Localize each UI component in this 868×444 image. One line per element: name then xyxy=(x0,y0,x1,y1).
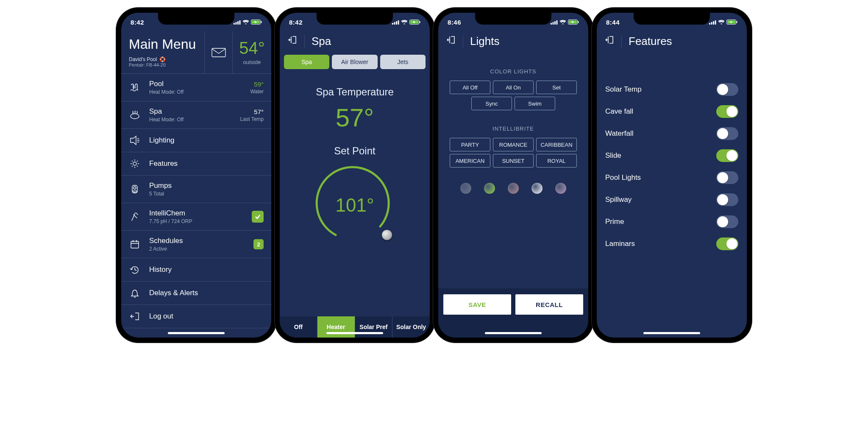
light-btn-set[interactable]: Set xyxy=(536,81,577,94)
temperature-value: 57° xyxy=(336,103,374,132)
menu-item-pumps[interactable]: Pumps 5 Total xyxy=(121,176,271,203)
color-swatch-3[interactable] xyxy=(531,183,542,194)
menu-list: Pool Heat Mode: Off 59° Water Spa Heat M… xyxy=(121,74,271,338)
tab-air-blower[interactable]: Air Blower xyxy=(332,55,377,69)
status-time: 8:42 xyxy=(289,19,303,26)
menu-item-pool[interactable]: Pool Heat Mode: Off 59° Water xyxy=(121,74,271,101)
home-indicator xyxy=(643,332,700,334)
light-btn-all-on[interactable]: All On xyxy=(493,81,534,94)
heat-mode-off[interactable]: Off xyxy=(280,316,317,338)
tab-spa[interactable]: Spa xyxy=(284,55,329,69)
toggle-spillway[interactable] xyxy=(716,193,738,206)
menu-item-intellichem[interactable]: IntelliChem 7.75 pH / 724 ORP xyxy=(121,203,271,231)
toggle-laminars[interactable] xyxy=(716,237,738,250)
intellibrite-btn-american[interactable]: AMERICAN xyxy=(450,154,490,168)
feature-row-prime: Prime xyxy=(605,211,738,233)
bell-icon xyxy=(129,288,141,299)
heat-mode-tabs: OffHeaterSolar PrefSolar Only xyxy=(280,316,430,338)
feature-row-laminars: Laminars xyxy=(605,233,738,255)
color-swatch-4[interactable] xyxy=(555,183,566,194)
intellibrite-btn-romance[interactable]: ROMANCE xyxy=(493,138,534,151)
back-button[interactable] xyxy=(604,35,615,48)
page-title: Lights xyxy=(470,35,499,48)
intellibrite-btn-sunset[interactable]: SUNSET xyxy=(493,154,534,168)
svg-rect-1 xyxy=(236,22,237,25)
page-title: Features xyxy=(629,35,672,48)
heat-mode-heater[interactable]: Heater xyxy=(317,316,355,338)
color-swatch-1[interactable] xyxy=(484,183,495,194)
toggle-pool-lights[interactable] xyxy=(716,171,738,184)
status-time: 8:42 xyxy=(131,19,144,26)
toggle-solar-temp[interactable] xyxy=(716,83,738,96)
temperature-label: Spa Temperature xyxy=(316,86,394,98)
toggle-waterfall[interactable] xyxy=(716,127,738,140)
menu-item-history[interactable]: History xyxy=(121,258,271,282)
notch xyxy=(475,13,551,25)
svg-rect-7 xyxy=(212,48,225,57)
intellibrite-btn-caribbean[interactable]: CARIBBEAN xyxy=(536,138,577,151)
calendar-icon xyxy=(129,239,141,250)
heat-mode-solar-pref[interactable]: Solar Pref xyxy=(355,316,393,338)
home-indicator xyxy=(168,332,225,334)
menu-item-features[interactable]: Features xyxy=(121,152,271,176)
page-title: Spa xyxy=(312,35,331,48)
section-intellibrite: INTELLIBRITE xyxy=(492,126,534,132)
back-icon xyxy=(604,35,615,45)
status-icons xyxy=(392,20,420,25)
svg-rect-19 xyxy=(420,21,420,23)
phone-lights: 8:46 Lights COLOR LIGHTS All OffAll OnSe… xyxy=(438,13,588,338)
light-btn-all-off[interactable]: All Off xyxy=(450,81,490,94)
setpoint-dial[interactable]: 101° xyxy=(312,163,397,248)
color-swatch-2[interactable] xyxy=(508,183,519,194)
menu-item-value: 59° xyxy=(250,81,264,88)
menu-item-lighting[interactable]: Lighting xyxy=(121,129,271,152)
pool-icon xyxy=(129,82,141,93)
phone-spa: 8:42 Spa SpaAir BlowerJets Spa Temperatu… xyxy=(280,13,430,338)
menu-item-log-out[interactable]: Log out xyxy=(121,305,271,328)
menu-item-text: Log out xyxy=(149,312,264,321)
menu-item-text: Pumps 5 Total xyxy=(149,182,264,197)
notch xyxy=(634,13,710,25)
back-button[interactable] xyxy=(287,35,298,48)
home-indicator xyxy=(326,332,383,334)
menu-item-text: Lighting xyxy=(149,136,264,145)
menu-item-spa[interactable]: Spa Heat Mode: Off 57° Last Temp xyxy=(121,101,271,129)
menu-item-right: 57° Last Temp xyxy=(240,108,264,122)
light-btn-swim[interactable]: Swim xyxy=(515,97,555,110)
svg-rect-22 xyxy=(553,22,554,25)
svg-point-11 xyxy=(134,187,136,189)
pool-icon: 🛟 xyxy=(159,56,166,62)
envelope-icon xyxy=(211,48,226,57)
toggle-slide[interactable] xyxy=(716,149,738,162)
tab-jets[interactable]: Jets xyxy=(380,55,426,69)
feature-row-slide: Slide xyxy=(605,145,738,167)
color-swatch-0[interactable] xyxy=(460,183,471,194)
toggle-cave-fall[interactable] xyxy=(716,105,738,118)
outside-temp-label: outside xyxy=(243,59,261,65)
feature-label: Spillway xyxy=(605,195,632,204)
status-icons xyxy=(551,20,579,25)
messages-button[interactable] xyxy=(204,31,232,73)
heat-mode-solar-only[interactable]: Solar Only xyxy=(392,316,430,338)
menu-item-schedules[interactable]: Schedules 2 Active 2 xyxy=(121,231,271,258)
menu-item-subtitle: 7.75 pH / 724 ORP xyxy=(149,218,243,224)
svg-rect-31 xyxy=(715,20,716,25)
light-btn-sync[interactable]: Sync xyxy=(471,97,512,110)
svg-rect-33 xyxy=(737,21,737,23)
device-id: Pentair: FB-44-20 xyxy=(129,62,204,67)
recall-button[interactable]: RECALL xyxy=(515,294,583,315)
svg-rect-3 xyxy=(239,20,241,25)
svg-rect-23 xyxy=(554,21,556,25)
back-button[interactable] xyxy=(446,35,456,48)
outside-temp-value: 54° xyxy=(239,39,265,56)
toggle-prime[interactable] xyxy=(716,215,738,228)
intellibrite-btn-royal[interactable]: ROYAL xyxy=(536,154,577,168)
spa-tabs: SpaAir BlowerJets xyxy=(280,55,430,69)
intellibrite-btn-party[interactable]: PARTY xyxy=(450,138,490,151)
dial-handle[interactable] xyxy=(382,230,392,240)
menu-item-delays-alerts[interactable]: Delays & Alerts xyxy=(121,282,271,305)
save-button[interactable]: SAVE xyxy=(443,294,511,315)
check-icon xyxy=(254,213,261,220)
header: Features xyxy=(597,31,747,55)
feature-label: Prime xyxy=(605,218,624,226)
